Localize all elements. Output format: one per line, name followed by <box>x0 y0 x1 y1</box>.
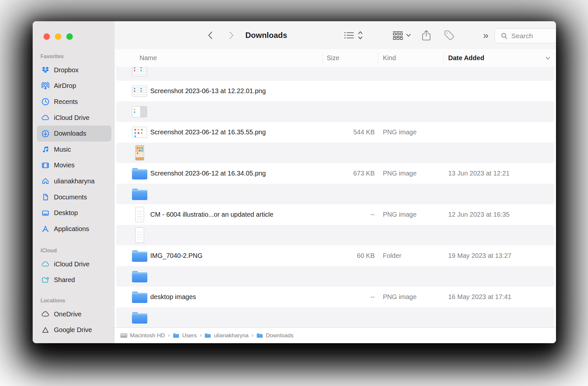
view-style-button[interactable] <box>335 21 371 49</box>
search-field[interactable]: Search <box>495 28 556 43</box>
sidebar-item-label: Downloads <box>54 130 86 137</box>
sidebar-item-label: Recents <box>54 98 78 106</box>
back-button[interactable] <box>203 21 218 49</box>
double-chevron-icon: » <box>483 30 489 41</box>
column-header-date-added[interactable]: Date Added <box>448 49 484 67</box>
folder-small-icon <box>173 333 180 338</box>
path-item-label: Users <box>182 332 197 339</box>
file-row[interactable]: Screenshot 2023-06-13 at 12.21.08.png544… <box>115 81 556 101</box>
file-row[interactable]: IMG_7040-2.PNG33 KBPNG image16 May 2023 … <box>115 225 556 245</box>
file-row[interactable]: CM - 6004 illustratio...or an updated ar… <box>115 184 556 204</box>
image-thumbnail-icon <box>130 204 149 225</box>
sidebar-item-label: OneDrive <box>54 310 81 318</box>
sidebar-item-airdrop[interactable]: AirDrop <box>37 78 111 94</box>
shared-folder-icon <box>41 276 50 284</box>
gdrive-triangle-icon <box>41 326 50 334</box>
sidebar-item-label: iCloud Drive <box>54 260 90 268</box>
image-thumbnail-icon <box>130 225 149 245</box>
path-item-ulianakharyna[interactable]: ulianakharyna <box>204 332 249 339</box>
minimize-window-button[interactable] <box>55 33 61 40</box>
file-row[interactable]: Screenshot 2023-06-12 at 16.35.55.png397… <box>115 101 556 122</box>
column-header-kind[interactable]: Kind <box>383 49 396 67</box>
chevron-up-down-icon <box>357 30 363 40</box>
sidebar-item-icloud-drive[interactable]: iCloud Drive <box>37 256 111 272</box>
main-pane: Downloads » Search <box>115 21 556 343</box>
path-item-macintosh-hd[interactable]: Macintosh HD <box>120 332 165 339</box>
sidebar-item-music[interactable]: Music <box>37 142 111 158</box>
sidebar-item-label: Desktop <box>54 209 78 217</box>
more-toolbar-items-button[interactable]: » <box>477 21 495 51</box>
path-separator-chevron: › <box>168 332 170 339</box>
file-row[interactable]: screenshots--Folder25 Nov 2022 at 17:42 <box>115 307 556 328</box>
screenshot-thumbnail-icon <box>130 67 149 81</box>
sidebar-item-recents[interactable]: Recents <box>37 94 111 110</box>
window-title: Downloads <box>245 21 287 49</box>
sort-chevron-icon[interactable] <box>545 49 550 67</box>
desktop-icon <box>41 209 50 217</box>
file-row[interactable]: photos--Folder19 May 2023 at 13:27 <box>115 163 556 184</box>
tag-icon <box>444 30 455 41</box>
column-divider[interactable] <box>378 53 378 63</box>
sidebar-section-locations: LocationsOneDriveGoogle Drive <box>33 297 115 338</box>
path-item-users[interactable]: Users <box>173 332 197 339</box>
screenshot-thumbnail-icon <box>130 101 149 122</box>
sidebar-item-label: ulianakharyna <box>54 177 95 185</box>
film-icon <box>41 161 50 170</box>
file-list: Screenshot 2023-06-13 at 12.22.01.png457… <box>115 67 556 328</box>
sidebar-item-documents[interactable]: Documents <box>37 189 111 205</box>
sidebar-item-label: Music <box>54 146 71 153</box>
folder-icon <box>130 245 149 266</box>
sidebar-section-icloud: iCloudiCloud DriveShared <box>33 247 115 288</box>
column-header-name[interactable]: Name <box>139 49 157 67</box>
file-row[interactable]: screenshots unsorted--Folder29 Nov 2022 … <box>115 287 556 307</box>
path-item-downloads[interactable]: Downloads <box>256 332 293 339</box>
airdrop-icon <box>41 82 50 90</box>
folder-icon <box>130 287 149 307</box>
sidebar-item-shared[interactable]: Shared <box>37 272 111 288</box>
sidebar-item-dropbox[interactable]: Dropbox <box>37 62 111 78</box>
close-window-button[interactable] <box>43 33 50 40</box>
column-divider[interactable] <box>322 53 323 63</box>
file-row[interactable]: IMG_7039-2.PNG60 KBPNG image16 May 2023 … <box>115 204 556 225</box>
sidebar-item-desktop[interactable]: Desktop <box>37 205 111 221</box>
file-row[interactable]: Screenshot 2023-06-12 at 16.34.05.png1,7… <box>115 143 556 163</box>
toolbar: Downloads » Search <box>115 21 556 49</box>
file-row[interactable]: Screenshot 2023-06-13 at 12.22.01.png457… <box>115 67 556 81</box>
sidebar-item-label: iCloud Drive <box>54 114 90 122</box>
sidebar-item-downloads[interactable]: Downloads <box>37 126 111 142</box>
sidebar-item-applications[interactable]: Applications <box>37 221 111 237</box>
share-button[interactable] <box>417 21 435 49</box>
sidebar-item-icloud-drive[interactable]: iCloud Drive <box>37 110 111 126</box>
search-icon <box>501 32 508 40</box>
dropbox-icon <box>41 66 50 74</box>
sidebar-item-ulianakharyna[interactable]: ulianakharyna <box>37 173 111 189</box>
sidebar-section-label: Locations <box>33 297 115 305</box>
column-header-row: Name Size Kind Date Added <box>115 49 556 67</box>
finder-window: FavoritesDropboxAirDropRecentsiCloud Dri… <box>33 21 556 343</box>
column-header-size[interactable]: Size <box>327 49 339 67</box>
sidebar-section-label: iCloud <box>33 247 115 255</box>
file-row[interactable]: Screenshot 2023-06-12 at 16.35.32.png673… <box>115 122 556 143</box>
sidebar-section-label: Favorites <box>33 53 115 60</box>
group-grid-icon <box>392 31 403 40</box>
file-row[interactable]: Safe mode, SMC pics--Folder22 Feb 2023 a… <box>115 245 556 266</box>
sidebar-item-google-drive[interactable]: Google Drive <box>37 322 111 338</box>
tag-button[interactable] <box>440 21 458 49</box>
screenshot-thumbnail-icon <box>130 122 149 143</box>
group-by-button[interactable] <box>385 21 418 49</box>
folder-icon <box>130 163 149 184</box>
folder-icon <box>130 266 149 287</box>
share-icon <box>421 30 431 41</box>
column-divider[interactable] <box>443 53 444 63</box>
screenshot-thumbnail-icon <box>130 81 149 101</box>
sidebar-item-onedrive[interactable]: OneDrive <box>37 306 111 322</box>
forward-button[interactable] <box>224 21 239 49</box>
home-icon <box>41 177 50 185</box>
chevron-left-icon <box>209 32 212 39</box>
sidebar-item-label: Movies <box>54 161 74 169</box>
zoom-window-button[interactable] <box>66 33 73 40</box>
sidebar-item-movies[interactable]: Movies <box>37 158 111 174</box>
path-bar: Macintosh HD›Users›ulianakharyna›Downloa… <box>115 327 556 343</box>
file-row[interactable]: desktop images--Folder6 Dec 2022 at 16:1… <box>115 266 556 287</box>
cloud-icon <box>41 310 50 318</box>
